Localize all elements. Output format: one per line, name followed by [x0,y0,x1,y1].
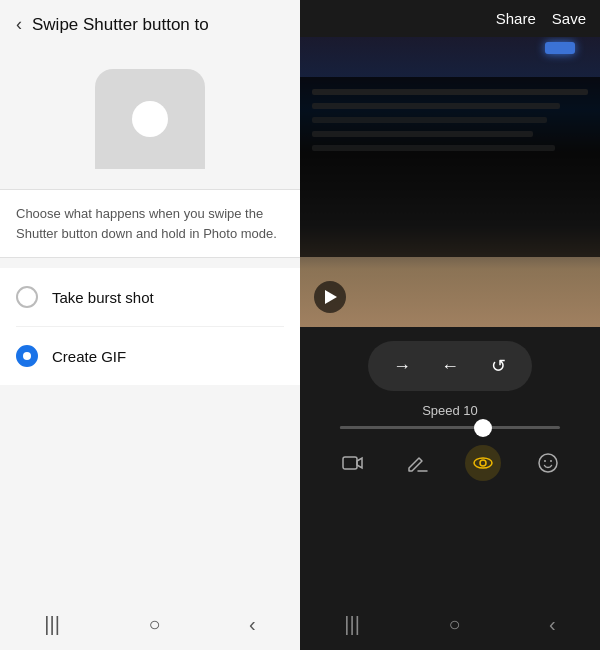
strip-line-4 [312,131,533,137]
bottom-nav-left: ||| ○ ‹ [0,599,300,650]
svg-point-5 [550,460,552,462]
loop-button[interactable]: ↺ [478,349,518,383]
shutter-illustration [0,49,300,189]
video-content [300,77,600,257]
option-gif[interactable]: Create GIF [16,327,284,385]
backward-button[interactable]: ← [430,349,470,383]
video-icon [341,451,365,475]
option-burst-label: Take burst shot [52,289,154,306]
video-background [300,37,600,327]
svg-point-4 [544,460,546,462]
menu-icon-left[interactable]: ||| [44,613,60,636]
radio-burst[interactable] [16,286,38,308]
option-gif-label: Create GIF [52,348,126,365]
description-section: Choose what happens when you swipe the S… [0,189,300,258]
share-button[interactable]: Share [496,10,536,27]
controls-area: → ← ↺ Speed 10 [300,327,600,599]
radio-gif-inner [23,352,31,360]
edit-icon [406,451,430,475]
slider-thumb[interactable] [474,419,492,437]
left-panel: ‹ Swipe Shutter button to Choose what ha… [0,0,300,650]
strip-line-5 [312,145,555,151]
slider-track [340,426,560,429]
eye-icon [471,451,495,475]
play-button[interactable] [314,281,346,313]
eye-icon-button[interactable] [465,445,501,481]
options-section: Take burst shot Create GIF [0,268,300,385]
play-icon [325,290,337,304]
right-header: Share Save [300,0,600,37]
radio-gif[interactable] [16,345,38,367]
option-burst[interactable]: Take burst shot [16,268,284,327]
blue-light-decoration [545,42,575,54]
page-title: Swipe Shutter button to [32,15,209,35]
shutter-icon [95,69,205,169]
direction-buttons: → ← ↺ [368,341,532,391]
video-area [300,37,600,327]
svg-point-2 [480,460,486,466]
header: ‹ Swipe Shutter button to [0,0,300,49]
right-panel: Share Save → ← ↺ Speed 10 [300,0,600,650]
save-button[interactable]: Save [552,10,586,27]
back-button[interactable]: ‹ [16,14,22,35]
emoji-icon-button[interactable] [530,445,566,481]
strip-line-2 [312,103,560,109]
home-icon-right[interactable]: ○ [448,613,460,636]
speed-label: Speed 10 [422,403,478,418]
strip-line-3 [312,117,547,123]
speed-slider[interactable] [340,426,560,429]
svg-point-3 [539,454,557,472]
forward-button[interactable]: → [382,349,422,383]
strip-line-1 [312,89,588,95]
bottom-icons-right [310,445,590,481]
back-nav-icon-left[interactable]: ‹ [249,613,256,636]
svg-rect-0 [343,457,357,469]
back-nav-icon-right[interactable]: ‹ [549,613,556,636]
description-text: Choose what happens when you swipe the S… [16,206,277,241]
shutter-circle [132,101,168,137]
edit-icon-button[interactable] [400,445,436,481]
bottom-nav-right: ||| ○ ‹ [300,599,600,650]
home-icon-left[interactable]: ○ [148,613,160,636]
slider-fill [340,426,483,429]
emoji-icon [536,451,560,475]
video-icon-button[interactable] [335,445,371,481]
menu-icon-right[interactable]: ||| [344,613,360,636]
